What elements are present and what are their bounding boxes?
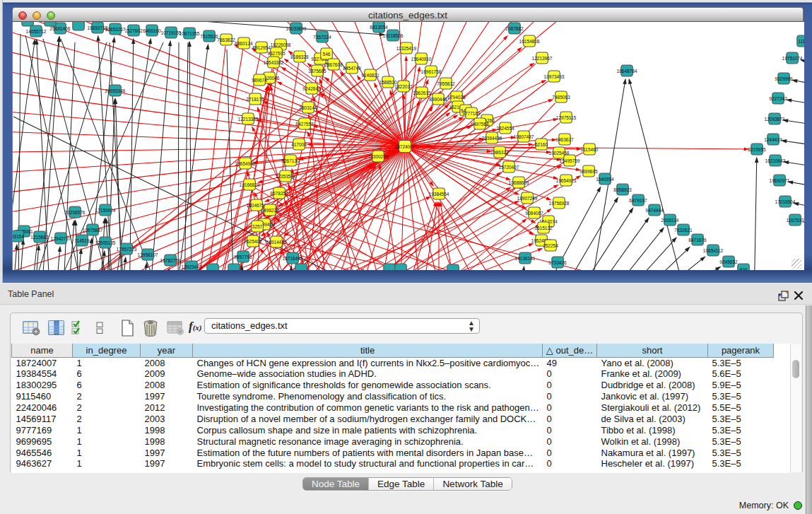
svg-text:16033809: 16033809 [286, 26, 307, 31]
svg-text:8471676: 8471676 [688, 238, 707, 243]
svg-text:14055712: 14055712 [26, 29, 47, 34]
svg-text:9498222: 9498222 [261, 208, 279, 213]
svg-text:6497568: 6497568 [471, 122, 489, 127]
svg-text:10688609: 10688609 [509, 180, 529, 185]
svg-text:7485063: 7485063 [552, 95, 570, 100]
svg-text:546: 546 [323, 52, 331, 57]
svg-text:12093873: 12093873 [765, 117, 785, 122]
svg-text:11325419: 11325419 [396, 46, 417, 51]
svg-text:18226058: 18226058 [271, 42, 291, 47]
svg-text:15495759: 15495759 [560, 158, 580, 163]
svg-text:9857791: 9857791 [234, 255, 252, 259]
svg-text:10719155: 10719155 [161, 30, 182, 35]
svg-text:2803144: 2803144 [299, 105, 317, 110]
svg-text:8186328: 8186328 [290, 54, 309, 59]
svg-text:18300295: 18300295 [368, 154, 389, 159]
svg-text:17159924: 17159924 [95, 208, 116, 213]
svg-text:1167533: 1167533 [787, 218, 804, 223]
svg-text:1822037: 1822037 [394, 84, 413, 89]
svg-text:114519: 114519 [74, 238, 90, 243]
svg-text:9899695: 9899695 [579, 169, 598, 174]
svg-text:9227342: 9227342 [769, 96, 787, 101]
svg-text:3824554: 3824554 [496, 126, 514, 131]
svg-text:9115460: 9115460 [581, 147, 599, 152]
svg-text:13958107: 13958107 [138, 252, 158, 257]
svg-text:1733426: 1733426 [548, 260, 567, 265]
svg-text:417008: 417008 [291, 142, 307, 147]
svg-text:9329966: 9329966 [775, 76, 793, 81]
svg-text:9245652: 9245652 [719, 259, 738, 264]
svg-text:6794028: 6794028 [447, 95, 466, 100]
svg-text:19654923: 19654923 [556, 178, 577, 183]
svg-text:989674: 989674 [252, 78, 267, 83]
svg-text:10973493: 10973493 [544, 74, 565, 79]
svg-text:16961758: 16961758 [421, 69, 442, 74]
svg-text:6479197: 6479197 [629, 198, 647, 203]
svg-text:8454749: 8454749 [343, 66, 361, 71]
svg-text:6466160: 6466160 [143, 28, 161, 33]
svg-text:9463627: 9463627 [555, 137, 574, 142]
svg-text:15640910: 15640910 [411, 57, 432, 62]
svg-text:2935114: 2935114 [661, 218, 679, 223]
svg-text:18907249: 18907249 [517, 196, 538, 201]
svg-text:8958923: 8958923 [613, 187, 632, 192]
svg-text:10671355: 10671355 [180, 31, 200, 36]
svg-text:1615132: 1615132 [534, 226, 553, 230]
svg-text:19756928: 19756928 [549, 201, 570, 206]
svg-text:7955812: 7955812 [437, 81, 455, 86]
svg-text:16210643: 16210643 [765, 158, 786, 163]
svg-text:8267130: 8267130 [281, 158, 300, 163]
svg-text:9084067: 9084067 [525, 211, 543, 216]
svg-text:10654112: 10654112 [703, 248, 724, 253]
svg-text:9242848: 9242848 [302, 86, 321, 91]
svg-text:1117: 1117 [798, 39, 804, 44]
svg-text:7625402: 7625402 [244, 239, 262, 244]
svg-text:7986322: 7986322 [490, 150, 509, 155]
svg-text:12975115: 12975115 [556, 115, 577, 120]
svg-text:8990448: 8990448 [429, 97, 447, 102]
svg-text:8813054: 8813054 [370, 25, 388, 30]
svg-text:3875685: 3875685 [308, 69, 326, 74]
svg-text:1640954: 1640954 [596, 177, 614, 182]
svg-text:33154: 33154 [13, 234, 24, 239]
svg-text:252254: 252254 [543, 243, 558, 248]
svg-text:7663822: 7663822 [217, 37, 235, 42]
svg-text:62160: 62160 [535, 142, 548, 147]
svg-text:19218506: 19218506 [383, 33, 404, 38]
svg-text:1244419: 1244419 [764, 137, 782, 142]
svg-text:18724007: 18724007 [395, 144, 416, 149]
svg-text:20206576: 20206576 [65, 210, 86, 215]
svg-text:8678352: 8678352 [270, 191, 288, 196]
svg-text:19692971: 19692971 [770, 178, 790, 183]
svg-text:14136141: 14136141 [515, 256, 536, 261]
svg-text:12213967: 12213967 [532, 56, 553, 61]
svg-text:8427552: 8427552 [295, 122, 314, 127]
svg-text:7515526: 7515526 [200, 34, 218, 39]
svg-text:2867608: 2867608 [324, 62, 343, 67]
svg-text:15716485: 15716485 [283, 256, 303, 261]
svg-text:9146821: 9146821 [361, 73, 379, 78]
svg-text:10653267: 10653267 [105, 27, 126, 32]
svg-text:8860124: 8860124 [235, 41, 253, 46]
svg-text:19654985: 19654985 [235, 161, 256, 166]
svg-text:15720407: 15720407 [499, 165, 519, 170]
svg-text:12923448: 12923448 [182, 264, 202, 269]
svg-text:8912954: 8912954 [252, 45, 271, 50]
svg-text:12353594: 12353594 [276, 174, 296, 179]
svg-text:20364436: 20364436 [482, 136, 502, 141]
svg-text:20053346: 20053346 [105, 88, 126, 93]
svg-text:16154808: 16154808 [519, 39, 540, 44]
svg-text:12942737: 12942737 [51, 236, 71, 241]
svg-text:16648784: 16648784 [617, 69, 637, 74]
svg-text:9474444: 9474444 [645, 208, 664, 213]
svg-text:19166829: 19166829 [240, 182, 260, 187]
svg-text:10807487: 10807487 [514, 134, 534, 139]
svg-text:9777169: 9777169 [462, 111, 481, 116]
svg-text:17016504: 17016504 [775, 199, 796, 204]
svg-text:20691406: 20691406 [50, 26, 71, 31]
svg-text:17957223: 17957223 [117, 247, 137, 252]
svg-text:10975887: 10975887 [83, 228, 103, 233]
svg-text:12213389: 12213389 [238, 117, 259, 122]
svg-text:1362615: 1362615 [413, 90, 431, 95]
svg-text:19751074: 19751074 [782, 56, 803, 61]
